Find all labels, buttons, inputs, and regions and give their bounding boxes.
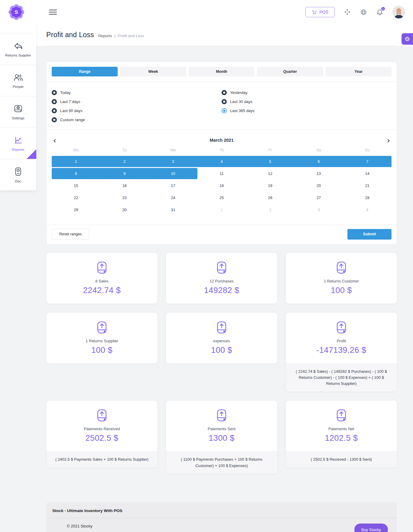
breadcrumb-section[interactable]: Reports (98, 34, 112, 38)
drive-upload-icon (52, 321, 151, 335)
calendar-day[interactable]: 23 (100, 192, 149, 203)
calendar-next-button[interactable] (385, 137, 391, 145)
reset-ranges-button[interactable]: Reset ranges (52, 229, 89, 240)
card-value: 100 $ (172, 346, 271, 355)
calendar-day[interactable]: 16 (100, 180, 149, 191)
summary-cards: 8 Sales 2242.74 $ 12 Purchases 149282 $ … (46, 253, 397, 474)
buy-stocky-button[interactable]: Buy Stocky (354, 524, 388, 532)
radio-last-90-days[interactable]: Last 90 days (52, 108, 222, 113)
calendar-day[interactable]: 2 (100, 156, 149, 167)
radio-circle (222, 90, 227, 95)
language-globe-icon[interactable] (360, 9, 367, 16)
calendar-day[interactable]: 14 (343, 168, 392, 179)
calendar-day[interactable]: 28 (343, 192, 392, 203)
calendar-week-row: 1 2 3 4 5 6 7 (52, 156, 392, 167)
period-tabs: Range Week Month Quarter Year (47, 62, 397, 81)
calendar-month-title: March 2021 (52, 138, 392, 143)
sidebar-item-returns-supplier[interactable]: Returns Supplier (0, 33, 36, 65)
radio-circle (222, 99, 227, 104)
drive-upload-icon (52, 408, 151, 423)
notifications-bell-icon[interactable]: 1 (376, 8, 383, 16)
breadcrumb-current: Profit and Loss (118, 34, 144, 38)
card-value: -147139.26 $ (292, 346, 391, 355)
tab-quarter[interactable]: Quarter (257, 67, 323, 76)
calendar-day[interactable]: 7 (343, 156, 392, 167)
tab-year[interactable]: Year (326, 67, 392, 76)
user-avatar[interactable] (392, 6, 405, 18)
drive-upload-icon (292, 408, 391, 423)
calendar-day[interactable]: 4 (197, 156, 246, 167)
calendar-day[interactable]: 12 (246, 168, 294, 179)
tab-month[interactable]: Month (189, 67, 255, 76)
calendar-day-next-month[interactable]: 3 (294, 204, 343, 215)
calendar-day[interactable]: 19 (246, 180, 294, 191)
sidebar-item-doc[interactable]: Doc (0, 159, 36, 190)
pos-button[interactable]: POS (305, 7, 335, 17)
tab-range[interactable]: Range (52, 67, 118, 76)
calendar-day[interactable]: 26 (246, 192, 294, 203)
calendar-week-row: 8 9 10 11 12 13 14 (52, 168, 392, 179)
calendar-day[interactable]: 15 (52, 180, 100, 191)
tab-week[interactable]: Week (120, 67, 186, 76)
radio-today[interactable]: Today (52, 90, 222, 95)
card-returns-supplier: 1 Returns Supplier 100 $ (46, 313, 158, 363)
line-chart-icon (13, 136, 23, 145)
cart-icon (312, 10, 317, 15)
calendar-day[interactable]: 3 (149, 156, 197, 167)
calendar-day[interactable]: 11 (197, 168, 246, 179)
calendar-week-row: 29 30 31 1 2 3 4 (52, 204, 392, 215)
radio-yesterday[interactable]: Yesterday (222, 90, 392, 95)
calendar-day-next-month[interactable]: 1 (197, 204, 246, 215)
chevron-right-icon (386, 139, 389, 142)
sidebar-item-label: People (13, 85, 24, 89)
calendar-day[interactable]: 21 (343, 180, 392, 191)
radio-last-7-days[interactable]: Last 7 days (52, 99, 222, 104)
calendar-day[interactable]: 8 (52, 168, 100, 179)
calendar-prev-button[interactable] (52, 137, 58, 145)
radio-circle (52, 99, 57, 104)
sidebar-item-reports[interactable]: Reports (0, 127, 36, 159)
card-formula: ( 2242.74 $ Sales) - ( 149282 $ Purchase… (286, 363, 397, 392)
calendar-day[interactable]: 20 (294, 180, 343, 191)
app-logo[interactable]: S (8, 4, 25, 21)
submit-button[interactable]: Submit (347, 229, 392, 240)
calendar-day[interactable]: 29 (52, 204, 100, 215)
people-icon (13, 73, 24, 82)
calendar-day[interactable]: 10 (149, 168, 197, 179)
calendar-day[interactable]: 24 (149, 192, 197, 203)
radio-custom-range[interactable]: Custom range (52, 117, 222, 122)
calendar-day[interactable]: 18 (197, 180, 246, 191)
calendar-day[interactable]: 30 (100, 204, 149, 215)
calendar-day[interactable]: 9 (100, 168, 149, 179)
pos-button-label: POS (319, 10, 328, 15)
calendar-day[interactable]: 31 (149, 204, 197, 215)
calendar-day[interactable]: 13 (294, 168, 343, 179)
calendar-day[interactable]: 1 (52, 156, 100, 167)
calendar: March 2021 MoTu WeTh FrSa Su 1 2 3 4 5 6… (47, 130, 397, 225)
calendar-day[interactable]: 5 (246, 156, 294, 167)
card-expenses: expenses 100 $ (166, 313, 277, 363)
drive-upload-icon (172, 408, 271, 423)
calendar-day[interactable]: 17 (149, 180, 197, 191)
radio-last-365-days[interactable]: Last 365 days (222, 108, 392, 113)
radio-last-30-days[interactable]: Last 30 days (222, 99, 392, 104)
sidebar-item-label: Doc (15, 179, 21, 183)
calendar-day-next-month[interactable]: 4 (343, 204, 392, 215)
settings-gear-button[interactable]: ⚙ (402, 33, 413, 45)
drive-upload-icon (292, 321, 391, 335)
calendar-day[interactable]: 27 (294, 192, 343, 203)
notification-badge: 1 (381, 6, 385, 11)
calendar-day[interactable]: 22 (52, 192, 100, 203)
sidebar-item-people[interactable]: People (0, 65, 36, 96)
active-indicator-triangle (27, 149, 36, 159)
card-label: Paiements Received (52, 427, 151, 431)
svg-text:S: S (15, 9, 18, 15)
calendar-day[interactable]: 6 (294, 156, 343, 167)
fullscreen-icon[interactable] (344, 8, 351, 16)
menu-toggle-button[interactable] (49, 10, 57, 15)
quick-range-options: Today Last 7 days Last 90 days Custom ra… (47, 81, 397, 130)
sidebar-item-settings[interactable]: Settings (0, 96, 36, 127)
calendar-day-next-month[interactable]: 2 (246, 204, 294, 215)
card-value: 1300 $ (172, 434, 271, 443)
calendar-day[interactable]: 25 (197, 192, 246, 203)
